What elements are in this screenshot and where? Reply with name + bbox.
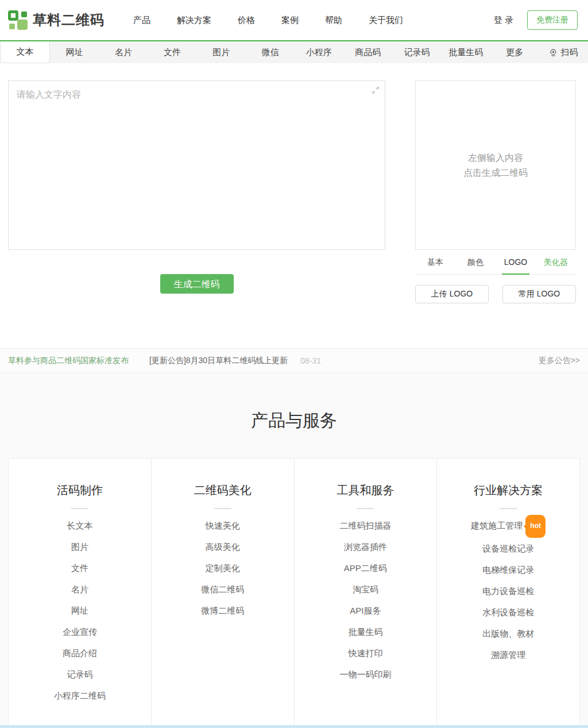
product-column: 工具和服务二维码扫描器浏览器插件APP二维码淘宝码API服务批量生码快速打印一物… (294, 459, 437, 726)
nav-item[interactable]: 产品 (133, 15, 150, 26)
notice-link[interactable]: 草料参与商品二维码国家标准发布 (8, 356, 129, 366)
style-tab[interactable]: LOGO (496, 257, 536, 274)
product-link-label: 电力设备巡检 (482, 586, 534, 596)
lower-section: 草料参与商品二维码国家标准发布 [更新公告]8月30日草料二维码线上更新 08-… (0, 348, 588, 726)
brand-logo[interactable]: 草料二维码 (8, 10, 105, 30)
main-tab[interactable]: 文本 (0, 41, 50, 63)
product-link[interactable]: 批量生码 (295, 621, 437, 642)
product-link-label: 浏览器插件 (344, 542, 387, 552)
product-link[interactable]: 溯源管理 (437, 644, 579, 665)
main-tab[interactable]: 图片 (197, 41, 246, 63)
product-column-title[interactable]: 工具和服务 (295, 483, 437, 498)
column-divider (357, 508, 374, 509)
style-tabs: 基本颜色LOGO美化器 (415, 257, 576, 275)
product-column-title[interactable]: 二维码美化 (152, 483, 294, 498)
product-link[interactable]: 水利设备巡检 (437, 602, 579, 623)
generate-button[interactable]: 生成二维码 (160, 274, 234, 294)
product-column-title[interactable]: 行业解决方案 (437, 483, 579, 498)
expand-icon[interactable] (372, 86, 380, 94)
nav-item[interactable]: 关于我们 (369, 15, 403, 26)
logo-button[interactable]: 上传 LOGO (415, 285, 489, 303)
product-link[interactable]: 微信二维码 (152, 579, 294, 600)
product-column: 活码制作长文本图片文件名片网址企业宣传商品介绍记录码小程序二维码 (9, 459, 151, 726)
qr-logo-icon (8, 10, 28, 30)
product-link[interactable]: 定制美化 (152, 557, 294, 579)
product-link-label: APP二维码 (344, 563, 387, 573)
style-tab[interactable]: 基本 (415, 257, 455, 274)
product-link[interactable]: 小程序二维码 (9, 685, 151, 706)
register-button[interactable]: 免费注册 (527, 10, 578, 30)
product-column-title[interactable]: 活码制作 (9, 483, 151, 498)
product-link-label: 文件 (71, 563, 88, 573)
product-link-label: 微博二维码 (201, 606, 244, 615)
main-tab[interactable]: 文件 (148, 41, 197, 63)
product-link-label: 网址 (71, 606, 88, 615)
product-link[interactable]: 图片 (9, 536, 151, 557)
product-link-label: 定制美化 (206, 563, 240, 573)
nav-item[interactable]: 帮助 (325, 15, 342, 26)
notice-update-link[interactable]: [更新公告]8月30日草料二维码线上更新 (149, 356, 288, 366)
product-link[interactable]: 商品介绍 (9, 642, 151, 664)
text-content-input[interactable] (8, 80, 385, 250)
product-link-label: 快速打印 (348, 648, 382, 658)
nav-item[interactable]: 案例 (281, 15, 299, 26)
product-link[interactable]: 快速打印 (295, 642, 437, 664)
product-link[interactable]: 设备巡检记录 (437, 538, 579, 559)
product-link[interactable]: APP二维码 (295, 557, 437, 579)
notice-date: 08-31 (300, 356, 321, 365)
products-columns: 活码制作长文本图片文件名片网址企业宣传商品介绍记录码小程序二维码二维码美化快速美… (8, 458, 580, 726)
product-link[interactable]: 记录码 (9, 664, 151, 685)
main-tab[interactable]: 批量生码 (442, 41, 490, 63)
product-link-label: 建筑施工管理 (471, 521, 523, 530)
product-link-label: 水利设备巡检 (482, 607, 534, 617)
product-link[interactable]: 快速美化 (152, 515, 294, 536)
product-link[interactable]: 长文本 (9, 515, 151, 536)
main-tab[interactable]: 网址 (50, 41, 99, 63)
main-tab[interactable]: 名片 (99, 41, 148, 63)
product-link[interactable]: 高级美化 (152, 536, 294, 557)
qr-preview-line2: 点击生成二维码 (463, 165, 528, 180)
main-tab[interactable]: 扫码 (539, 41, 588, 63)
login-link[interactable]: 登 录 (494, 15, 513, 26)
nav-item[interactable]: 解决方案 (177, 15, 211, 26)
main-tab[interactable]: 记录码 (392, 41, 441, 63)
product-link-label: 快速美化 (206, 521, 240, 530)
product-link-label: 商品介绍 (63, 648, 97, 658)
more-notices-link[interactable]: 更多公告>> (539, 356, 580, 366)
site-header: 草料二维码 产品解决方案价格案例帮助关于我们 登 录 免费注册 (0, 0, 588, 40)
main-tab[interactable]: 更多 (490, 41, 539, 63)
main-tab-label: 图片 (212, 47, 230, 58)
product-link[interactable]: API服务 (295, 600, 437, 621)
main-tab[interactable]: 商品码 (343, 41, 392, 63)
product-link[interactable]: 电力设备巡检 (437, 580, 579, 602)
style-tab[interactable]: 美化器 (536, 257, 576, 274)
main-tab-label: 名片 (115, 47, 132, 58)
header-right: 登 录 免费注册 (494, 10, 578, 30)
main-tab[interactable]: 微信 (246, 41, 295, 63)
nav-item[interactable]: 价格 (238, 15, 255, 26)
product-link[interactable]: 网址 (9, 600, 151, 621)
product-link[interactable]: 微博二维码 (152, 600, 294, 621)
product-link[interactable]: 企业宣传 (9, 621, 151, 642)
main-tab-label: 更多 (506, 47, 523, 58)
products-section-title: 产品与服务 (0, 409, 588, 433)
style-tab[interactable]: 颜色 (455, 257, 496, 274)
product-link[interactable]: 名片 (9, 579, 151, 600)
main-tab-label: 记录码 (404, 47, 430, 58)
main-tab-label: 批量生码 (448, 47, 483, 58)
product-link[interactable]: 建筑施工管理hot (437, 515, 579, 538)
product-link[interactable]: 二维码扫描器 (295, 515, 437, 536)
product-link-label: 二维码扫描器 (339, 521, 391, 530)
main-nav: 产品解决方案价格案例帮助关于我们 (133, 15, 403, 26)
generator-section: 生成二维码 左侧输入内容 点击生成二维码 基本颜色LOGO美化器 上传 LOGO… (0, 80, 588, 303)
product-link-label: 企业宣传 (63, 627, 97, 637)
main-tab[interactable]: 小程序 (295, 41, 343, 63)
product-link-label: API服务 (350, 606, 381, 615)
product-link[interactable]: 一物一码印刷 (295, 664, 437, 685)
product-link[interactable]: 出版物、教材 (437, 623, 579, 644)
product-link[interactable]: 文件 (9, 557, 151, 579)
logo-button[interactable]: 常用 LOGO (502, 285, 576, 303)
product-link[interactable]: 电梯维保记录 (437, 559, 579, 580)
product-link[interactable]: 浏览器插件 (295, 536, 437, 557)
product-link[interactable]: 淘宝码 (295, 579, 437, 600)
